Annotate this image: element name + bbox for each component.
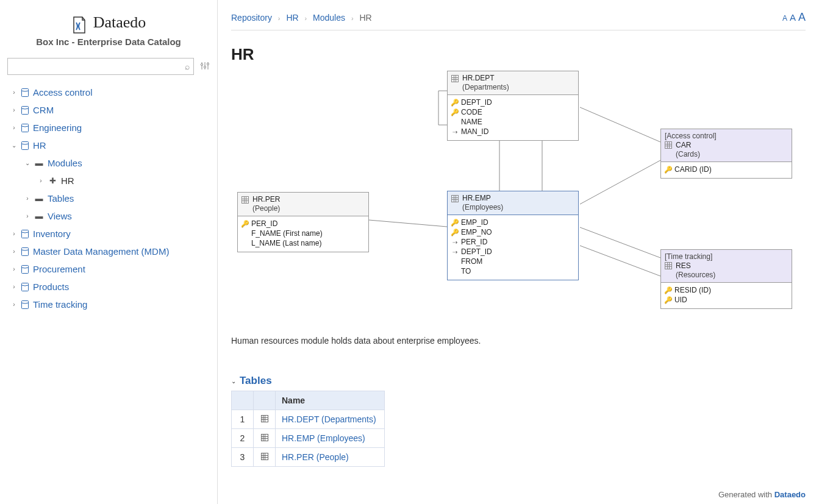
chevron-right-icon: › xyxy=(11,89,17,96)
breadcrumb-current: HR xyxy=(359,13,371,23)
er-diagram: HR.DEPT (Departments) 🔑DEPT_ID 🔑CODE NAM… xyxy=(231,69,806,331)
chevron-right-icon: › xyxy=(11,124,17,131)
breadcrumb-link[interactable]: HR xyxy=(286,13,298,23)
svg-rect-11 xyxy=(22,247,29,255)
tables-list: Name 1 HR.DEPT (Departments) 2 HR.EMP (E… xyxy=(231,391,385,467)
chevron-right-icon: › xyxy=(11,230,17,237)
chevron-right-icon: › xyxy=(11,248,17,255)
column-name: DEPT_ID xyxy=(461,247,492,256)
sidebar-item-label: Engineering xyxy=(33,122,82,133)
column-name: L_NAME (Last name) xyxy=(251,239,321,247)
database-icon xyxy=(21,282,29,292)
table-header-name: Name xyxy=(276,391,385,410)
font-size-controls: A A A xyxy=(782,11,806,24)
sidebar-item-modules[interactable]: ⌄ ▬ Modules xyxy=(7,154,210,172)
font-size-small[interactable]: A xyxy=(782,14,787,23)
table-link[interactable]: HR.PER (People) xyxy=(282,452,349,462)
column-name: CODE xyxy=(461,108,482,116)
sidebar-item-time-tracking[interactable]: › Time tracking xyxy=(7,296,210,313)
search-box[interactable]: ⌕ xyxy=(7,58,194,75)
key-icon: 🔑 xyxy=(241,220,249,228)
column-name: NAME xyxy=(461,118,482,126)
sidebar-item-crm[interactable]: › CRM xyxy=(7,101,210,119)
chevron-right-icon: › xyxy=(11,266,17,272)
key-icon: 🔑 xyxy=(451,99,459,107)
svg-rect-10 xyxy=(22,230,29,238)
key-icon: 🔑 xyxy=(451,229,459,236)
table-link[interactable]: HR.EMP (Employees) xyxy=(282,433,365,443)
column-name: PER_ID xyxy=(461,238,487,246)
row-index: 1 xyxy=(232,410,254,429)
column-name: MAN_ID xyxy=(461,127,488,136)
entity-body: 🔑DEPT_ID 🔑CODE NAME ⇢MAN_ID xyxy=(448,95,578,140)
table-icon xyxy=(254,410,276,429)
entity-per[interactable]: HR.PER (People) 🔑PER_ID F_NAME (First na… xyxy=(237,192,369,252)
column-name: EMP_NO xyxy=(461,228,492,236)
sidebar-item-mdm[interactable]: › Master Data Management (MDM) xyxy=(7,243,210,260)
svg-rect-12 xyxy=(22,265,29,273)
table-icon xyxy=(665,262,672,269)
chevron-right-icon: › xyxy=(38,177,44,184)
topbar: Repository › HR › Modules › HR A A A xyxy=(231,11,806,30)
entity-car[interactable]: [Access control] CAR (Cards) 🔑CARID (ID) xyxy=(660,129,792,179)
table-link[interactable]: HR.DEPT (Departments) xyxy=(282,414,376,424)
sidebar-item-module-hr[interactable]: › ✚ HR xyxy=(7,172,210,190)
table-icon xyxy=(665,141,672,149)
chevron-right-icon: › xyxy=(11,283,17,290)
sidebar-item-hr[interactable]: ⌄ HR xyxy=(7,137,210,154)
breadcrumb-link[interactable]: Repository xyxy=(231,13,272,23)
sidebar-item-engineering[interactable]: › Engineering xyxy=(7,119,210,137)
breadcrumb-link[interactable]: Modules xyxy=(313,13,345,23)
chevron-down-icon: ⌄ xyxy=(24,160,30,166)
table-row[interactable]: 3 HR.PER (People) xyxy=(232,448,385,467)
svg-rect-9 xyxy=(22,141,29,149)
font-size-large[interactable]: A xyxy=(798,11,806,24)
sidebar-item-label: Access control xyxy=(33,87,93,98)
column-name: TO xyxy=(461,267,471,275)
sidebar-item-tables[interactable]: › ▬ Tables xyxy=(7,190,210,207)
table-row[interactable]: 1 HR.DEPT (Departments) xyxy=(232,410,385,429)
table-row[interactable]: 2 HR.EMP (Employees) xyxy=(232,429,385,448)
relation-icon: ⇢ xyxy=(451,129,459,135)
font-size-medium[interactable]: A xyxy=(790,12,796,23)
svg-point-3 xyxy=(204,66,206,68)
entity-header: [Access control] CAR (Cards) xyxy=(661,129,792,162)
key-icon: 🔑 xyxy=(665,296,672,304)
entity-dept[interactable]: HR.DEPT (Departments) 🔑DEPT_ID 🔑CODE NAM… xyxy=(447,71,579,141)
entity-name: RES xyxy=(676,261,788,271)
chevron-right-icon: › xyxy=(24,195,30,202)
entity-sub: (Resources) xyxy=(676,271,788,280)
sidebar-item-label: Views xyxy=(48,211,72,221)
search-icon[interactable]: ⌕ xyxy=(185,62,190,71)
filter-icon[interactable] xyxy=(200,61,210,73)
sidebar-item-procurement[interactable]: › Procurement xyxy=(7,260,210,278)
entity-res[interactable]: [Time tracking] RES (Resources) 🔑RESID (… xyxy=(660,249,792,309)
database-icon xyxy=(21,105,29,115)
column-name: UID xyxy=(674,296,687,304)
chevron-right-icon: › xyxy=(24,213,30,219)
sidebar-item-views[interactable]: › ▬ Views xyxy=(7,207,210,225)
key-icon: 🔑 xyxy=(665,166,672,174)
chevron-down-icon: ⌄ xyxy=(231,378,236,385)
column-name: FROM xyxy=(461,257,482,266)
entity-sub: (Cards) xyxy=(676,150,788,159)
section-title: Tables xyxy=(240,375,272,387)
tables-section-header[interactable]: ⌄ Tables xyxy=(231,375,806,387)
entity-body: 🔑EMP_ID 🔑EMP_NO ⇢PER_ID ⇢DEPT_ID FROM TO xyxy=(448,215,578,280)
entity-emp[interactable]: HR.EMP (Employees) 🔑EMP_ID 🔑EMP_NO ⇢PER_… xyxy=(447,191,579,280)
key-icon: 🔑 xyxy=(665,286,672,294)
sidebar-item-label: CRM xyxy=(33,105,54,115)
sidebar-item-products[interactable]: › Products xyxy=(7,278,210,296)
entity-scope: [Time tracking] xyxy=(665,252,788,261)
sidebar-item-access-control[interactable]: › Access control xyxy=(7,83,210,101)
sidebar-item-label: Master Data Management (MDM) xyxy=(33,246,169,257)
folder-icon: ▬ xyxy=(34,211,44,221)
chevron-right-icon: › xyxy=(351,15,354,22)
sidebar-item-inventory[interactable]: › Inventory xyxy=(7,225,210,243)
search-input[interactable] xyxy=(12,62,185,72)
entity-sub: (People) xyxy=(252,204,365,213)
page-description: Human resources module holds data about … xyxy=(231,336,806,346)
footer-brand-link[interactable]: Dataedo xyxy=(774,490,806,499)
svg-rect-14 xyxy=(22,300,29,308)
app-subtitle: Box Inc - Enterprise Data Catalog xyxy=(7,37,210,47)
